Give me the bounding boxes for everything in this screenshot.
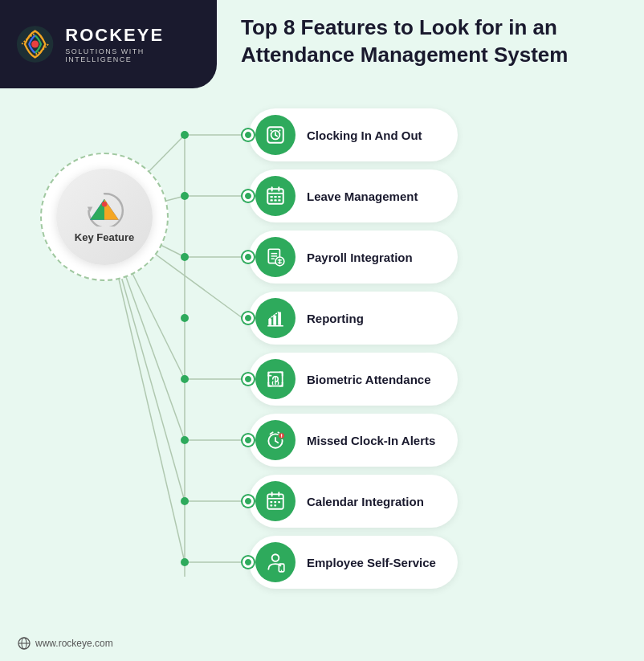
feature-dot — [243, 557, 254, 568]
feature-clocking: Clocking In And Out — [249, 108, 458, 161]
svg-point-25 — [181, 558, 189, 566]
svg-rect-83 — [278, 501, 280, 503]
feature-dot — [243, 435, 254, 446]
calendar-icon-circle — [255, 481, 296, 521]
feature-dot — [243, 251, 254, 263]
svg-rect-42 — [274, 196, 276, 198]
feature-label: Missed Clock-In Alerts — [307, 434, 435, 447]
svg-rect-41 — [271, 196, 273, 198]
employee-icon-circle — [255, 542, 296, 582]
svg-rect-85 — [274, 504, 276, 506]
svg-line-72 — [271, 432, 273, 434]
header: ROCKEYE SOLUTIONS WITH INTELLIGENCE — [0, 0, 217, 88]
svg-rect-45 — [274, 199, 276, 201]
svg-rect-82 — [274, 501, 276, 503]
feature-label: Employee Self-Service — [307, 556, 436, 569]
feature-dot — [243, 373, 254, 385]
svg-point-30 — [102, 202, 108, 207]
clock-icon — [265, 124, 286, 145]
svg-rect-46 — [278, 199, 280, 201]
svg-point-35 — [271, 130, 272, 132]
feature-dot — [243, 312, 254, 324]
svg-point-36 — [279, 130, 280, 132]
alert-clock-icon — [265, 430, 286, 451]
features-list: Clocking In And Out Leave Management Pay… — [249, 108, 458, 589]
leave-icon-circle — [255, 176, 296, 216]
svg-rect-44 — [271, 199, 273, 201]
svg-line-34 — [275, 135, 277, 137]
logo-text: ROCKEYE SOLUTIONS WITH INTELLIGENCE — [65, 25, 201, 63]
feature-payroll: Payroll Integration — [249, 231, 458, 284]
brand-tagline: SOLUTIONS WITH INTELLIGENCE — [65, 47, 201, 63]
svg-marker-28 — [90, 198, 104, 219]
feature-label: Reporting — [307, 312, 364, 325]
reporting-icon-circle — [255, 298, 296, 338]
feature-label: Payroll Integration — [307, 251, 413, 264]
svg-point-20 — [181, 253, 189, 261]
feature-label: Calendar Integration — [307, 495, 424, 508]
feature-label: Leave Management — [307, 190, 418, 203]
svg-point-76 — [281, 437, 282, 438]
svg-point-18 — [181, 131, 189, 139]
svg-point-21 — [181, 314, 189, 322]
feature-label: Clocking In And Out — [307, 129, 422, 142]
payroll-icon-circle — [255, 237, 296, 277]
person-phone-icon — [265, 552, 286, 573]
svg-rect-84 — [271, 504, 273, 506]
feature-label: Biometric Attendance — [307, 373, 430, 386]
svg-point-88 — [281, 570, 283, 572]
calendar-grid-icon — [265, 186, 286, 206]
missed-icon-circle — [255, 420, 296, 460]
center-circle: Key Feature — [40, 153, 169, 281]
svg-point-86 — [272, 554, 279, 561]
svg-point-22 — [181, 375, 189, 383]
center-logo-icon — [84, 191, 124, 226]
feature-calendar: Calendar Integration — [249, 475, 458, 528]
main-title: Top 8 Features to Look for in an Attenda… — [241, 14, 628, 69]
feature-dot — [243, 496, 254, 507]
svg-rect-81 — [271, 501, 273, 503]
svg-rect-43 — [278, 196, 280, 198]
feature-missed: Missed Clock-In Alerts — [249, 414, 458, 467]
rockeye-logo-icon — [16, 23, 54, 65]
biometric-icon-circle — [255, 359, 296, 399]
svg-rect-55 — [268, 319, 271, 325]
clocking-icon-circle — [255, 115, 296, 155]
svg-line-71 — [275, 441, 278, 443]
feature-dot — [243, 190, 254, 202]
biometric-icon — [265, 369, 286, 390]
chart-bar-icon — [265, 308, 286, 328]
feature-leave: Leave Management — [249, 169, 458, 222]
svg-point-19 — [181, 192, 189, 200]
feature-reporting: Reporting — [249, 292, 458, 345]
svg-point-1 — [31, 40, 39, 47]
url-text: www.rockeye.com — [35, 638, 113, 649]
brand-name: ROCKEYE — [65, 25, 201, 46]
svg-marker-29 — [104, 198, 119, 219]
calendar-cog-icon — [265, 491, 286, 512]
svg-point-23 — [181, 436, 189, 444]
footer-url: www.rockeye.com — [18, 637, 113, 650]
center-label: Key Feature — [75, 231, 134, 243]
svg-rect-56 — [273, 316, 276, 325]
svg-rect-57 — [278, 312, 281, 324]
payroll-icon — [265, 247, 286, 267]
feature-biometric: Biometric Attendance — [249, 353, 458, 406]
globe-icon — [18, 637, 31, 650]
feature-dot — [243, 129, 254, 141]
feature-employee: Employee Self-Service — [249, 536, 458, 589]
svg-point-24 — [181, 497, 189, 505]
